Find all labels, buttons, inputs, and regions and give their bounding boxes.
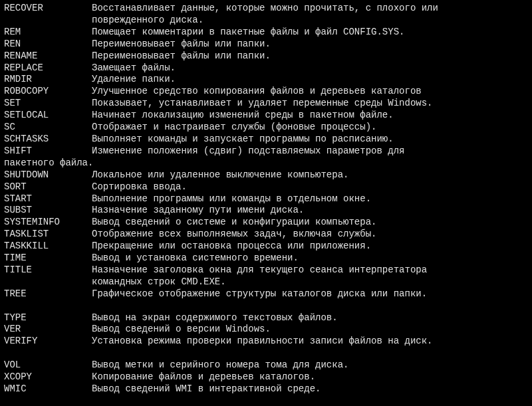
command-name: TREE: [4, 288, 92, 300]
command-name: RMDIR: [4, 74, 92, 86]
command-row: REMПомещает комментарии в пакетные файлы…: [4, 27, 528, 39]
command-desc: Переименовывает файлы или папки.: [92, 39, 528, 51]
command-desc: Копирование файлов и деревьев каталогов.: [92, 371, 528, 383]
command-name: TIME: [4, 253, 92, 264]
terminal-output[interactable]: RECOVERВосстанавливает данные, которые м…: [0, 0, 532, 406]
command-desc: Выполняет команды и запускает программы …: [92, 134, 528, 146]
command-row-shift: SHIFT Изменение положения (сдвиг) подста…: [4, 146, 528, 157]
command-name: SETLOCAL: [4, 110, 92, 122]
command-desc: Вывод сведений о версии Windows.: [92, 324, 528, 336]
command-row: RENAMEПереименовывает файлы или папки.: [4, 51, 528, 62]
command-name: ROBOCOPY: [4, 86, 92, 98]
command-row: SUBSTНазначение заданному пути имени дис…: [4, 205, 528, 217]
command-desc-cont: пакетного файла.: [4, 157, 528, 169]
command-name: SHIFT: [4, 146, 92, 157]
command-row: VOLВывод метки и серийного номера тома д…: [4, 359, 528, 371]
command-row: SETLOCALНачинает локализацию изменений с…: [4, 110, 528, 122]
command-desc: Назначение заданному пути имени диска.: [92, 205, 528, 217]
command-name: TITLE: [4, 264, 92, 276]
command-name: TASKLIST: [4, 229, 92, 241]
command-name: SUBST: [4, 205, 92, 217]
command-name: WMIC: [4, 383, 92, 395]
command-name: VERIFY: [4, 336, 92, 348]
command-name: SORT: [4, 181, 92, 193]
command-row: REPLACEЗамещает файлы.: [4, 62, 528, 74]
command-row: TITLEНазначение заголовка окна для текущ…: [4, 264, 528, 288]
blank-line: [4, 348, 528, 359]
command-desc: Прекращение или остановка процесса или п…: [92, 241, 528, 253]
command-row: TREEГрафическое отображение структуры ка…: [4, 288, 528, 300]
command-row: TYPEВывод на экран содержимого текстовых…: [4, 312, 528, 324]
command-name: VER: [4, 324, 92, 336]
command-name: RECOVER: [4, 3, 92, 15]
command-row: SORTСортировка ввода.: [4, 181, 528, 193]
command-row: SHUTDOWNЛокальное или удаленное выключен…: [4, 169, 528, 181]
command-desc: Сортировка ввода.: [92, 181, 528, 193]
command-row: ROBOCOPYУлучшенное средство копирования …: [4, 86, 528, 98]
command-name: REM: [4, 27, 92, 39]
command-desc: Назначение заголовка окна для текущего с…: [92, 264, 528, 288]
command-desc: Улучшенное средство копирования файлов и…: [92, 86, 528, 98]
command-desc: Вывод метки и серийного номера тома для …: [92, 359, 528, 371]
command-desc: Вывод сведений WMI в интерактивной среде…: [92, 383, 528, 395]
command-desc: Вывод сведений о системе и конфигурации …: [92, 217, 528, 229]
command-row: SYSTEMINFOВывод сведений о системе и кон…: [4, 217, 528, 229]
command-desc: Отображение всех выполняемых задач, вклю…: [92, 229, 528, 241]
command-name: RENAME: [4, 51, 92, 62]
command-name: SC: [4, 122, 92, 134]
command-name: VOL: [4, 359, 92, 371]
command-desc: Удаление папки.: [92, 74, 528, 86]
command-row: RENПереименовывает файлы или папки.: [4, 39, 528, 51]
command-row: TASKKILLПрекращение или остановка процес…: [4, 241, 528, 253]
command-desc: Показывает, устанавливает и удаляет пере…: [92, 98, 528, 110]
command-row: RECOVERВосстанавливает данные, которые м…: [4, 3, 528, 27]
command-name: SYSTEMINFO: [4, 217, 92, 229]
command-name: SHUTDOWN: [4, 169, 92, 181]
command-desc: Графическое отображение структуры катало…: [92, 288, 528, 300]
command-row: TASKLISTОтображение всех выполняемых зад…: [4, 229, 528, 241]
command-row: SETПоказывает, устанавливает и удаляет п…: [4, 98, 528, 110]
command-desc: Выполнение программы или команды в отдел…: [92, 193, 528, 205]
command-desc: Переименовывает файлы или папки.: [92, 51, 528, 62]
command-desc: Замещает файлы.: [92, 62, 528, 74]
command-row: SCHTASKSВыполняет команды и запускает пр…: [4, 134, 528, 146]
command-row: RMDIRУдаление папки.: [4, 74, 528, 86]
command-desc: Вывод и установка системного времени.: [92, 253, 528, 264]
command-desc: Локальное или удаленное выключение компь…: [92, 169, 528, 181]
command-name: TYPE: [4, 312, 92, 324]
command-name: REPLACE: [4, 62, 92, 74]
command-row: STARTВыполнение программы или команды в …: [4, 193, 528, 205]
command-row: WMICВывод сведений WMI в интерактивной с…: [4, 383, 528, 395]
command-desc: Восстанавливает данные, которые можно пр…: [92, 3, 528, 27]
command-row: VERВывод сведений о версии Windows.: [4, 324, 528, 336]
command-desc: Вывод на экран содержимого текстовых фай…: [92, 312, 528, 324]
command-name: SCHTASKS: [4, 134, 92, 146]
command-name: SET: [4, 98, 92, 110]
blank-line: [4, 395, 528, 406]
command-row: VERIFYУстановка режима проверки правильн…: [4, 336, 528, 348]
command-desc: Помещает комментарии в пакетные файлы и …: [92, 27, 528, 39]
command-desc: Отображает и настраивает службы (фоновые…: [92, 122, 528, 134]
command-name: REN: [4, 39, 92, 51]
command-desc: Установка режима проверки правильности з…: [92, 336, 528, 348]
command-row: XCOPYКопирование файлов и деревьев катал…: [4, 371, 528, 383]
command-name: XCOPY: [4, 371, 92, 383]
blank-line: [4, 300, 528, 312]
command-row: SCОтображает и настраивает службы (фонов…: [4, 122, 528, 134]
command-row: TIMEВывод и установка системного времени…: [4, 253, 528, 264]
command-name: START: [4, 193, 92, 205]
command-desc: Изменение положения (сдвиг) подставляемы…: [92, 146, 528, 157]
command-desc: Начинает локализацию изменений среды в п…: [92, 110, 528, 122]
command-name: TASKKILL: [4, 241, 92, 253]
